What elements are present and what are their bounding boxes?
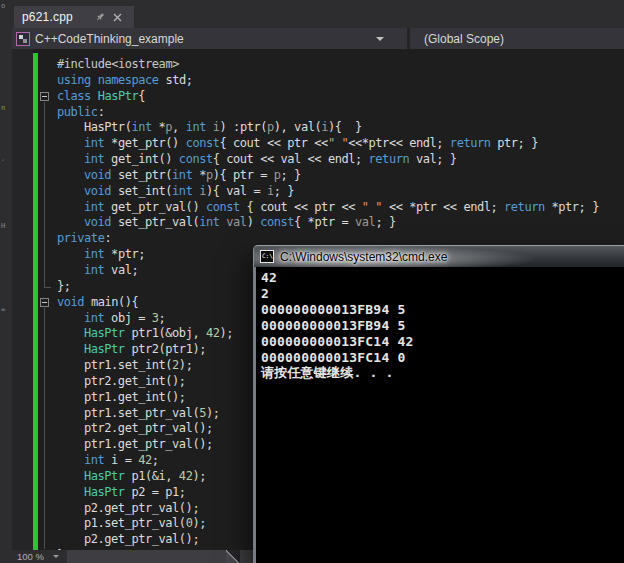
- console-output[interactable]: 422000000000013FB94 5000000000013FB94 50…: [253, 267, 624, 563]
- console-line: 请按任意键继续. . .: [261, 365, 624, 381]
- background-window-edge: on-H=: [0, 0, 12, 563]
- tab-p621-cpp[interactable]: p621.cpp: [14, 6, 134, 28]
- code-line[interactable]: using namespace std;: [12, 73, 624, 89]
- project-name: C++CodeThinking_example: [35, 32, 184, 46]
- code-line[interactable]: int *get_ptr() const{ cout << ptr <<" "<…: [12, 136, 624, 152]
- chevron-down-icon: [376, 37, 384, 41]
- document-tab-strip: p621.cpp: [12, 0, 624, 28]
- console-line: 2: [261, 286, 624, 302]
- console-line: 000000000013FB94 5: [261, 318, 624, 334]
- code-line[interactable]: void set_ptr_val(int val) const{ *ptr = …: [12, 215, 624, 231]
- scope-name: (Global Scope): [424, 32, 504, 46]
- console-title-bar[interactable]: C:\ C:\Windows\system32\cmd.exe: [253, 245, 624, 268]
- clipped-text-fragment: H: [1, 222, 5, 230]
- cpp-project-icon: [16, 32, 30, 46]
- code-line[interactable]: int get_int() const{ cout << val << endl…: [12, 152, 624, 168]
- cmd-icon[interactable]: C:\: [260, 250, 274, 263]
- code-line[interactable]: void set_ptr(int *p){ ptr = p; }: [12, 168, 624, 184]
- code-line[interactable]: void set_int(int i){ val = i; }: [12, 184, 624, 200]
- code-line[interactable]: public:: [12, 105, 624, 121]
- fold-collapse-icon[interactable]: [40, 92, 49, 101]
- code-line[interactable]: class HasPtr{: [12, 89, 624, 105]
- clipped-text-fragment: -: [1, 156, 5, 164]
- console-title: C:\Windows\system32\cmd.exe: [280, 246, 447, 268]
- fold-collapse-icon[interactable]: [40, 298, 49, 307]
- project-scope-dropdown[interactable]: C++CodeThinking_example: [12, 28, 407, 49]
- zoom-level: 100 %: [17, 551, 44, 562]
- screenshot-root: { "tab": { "title": "p621.cpp" }, "navba…: [0, 0, 624, 563]
- console-line: 000000000013FC14 0: [261, 350, 624, 366]
- navigation-bar: C++CodeThinking_example (Global Scope): [12, 28, 624, 49]
- cmd-console-window[interactable]: C:\ C:\Windows\system32\cmd.exe 42200000…: [253, 245, 624, 563]
- close-icon[interactable]: [111, 10, 125, 24]
- clipped-text-fragment: n: [1, 104, 5, 112]
- pin-icon[interactable]: [93, 10, 107, 24]
- zoom-control[interactable]: 100 %: [12, 551, 59, 562]
- tab-title: p621.cpp: [22, 10, 73, 24]
- console-line: 000000000013FC14 42: [261, 334, 624, 350]
- code-line[interactable]: int get_ptr_val() const { cout << ptr <<…: [12, 200, 624, 216]
- scrollbar-corner-grip: [226, 550, 240, 563]
- console-line: 000000000013FB94 5: [261, 302, 624, 318]
- global-scope-dropdown[interactable]: (Global Scope): [410, 28, 624, 49]
- code-line[interactable]: #include<iostream>: [12, 57, 624, 73]
- clipped-text-fragment: =: [1, 306, 5, 314]
- clipped-text-fragment: o: [1, 2, 5, 10]
- chevron-down-icon: [53, 555, 59, 558]
- code-line[interactable]: HasPtr(int *p, int i) :ptr(p), val(i){ }: [12, 120, 624, 136]
- console-line: 42: [261, 270, 624, 286]
